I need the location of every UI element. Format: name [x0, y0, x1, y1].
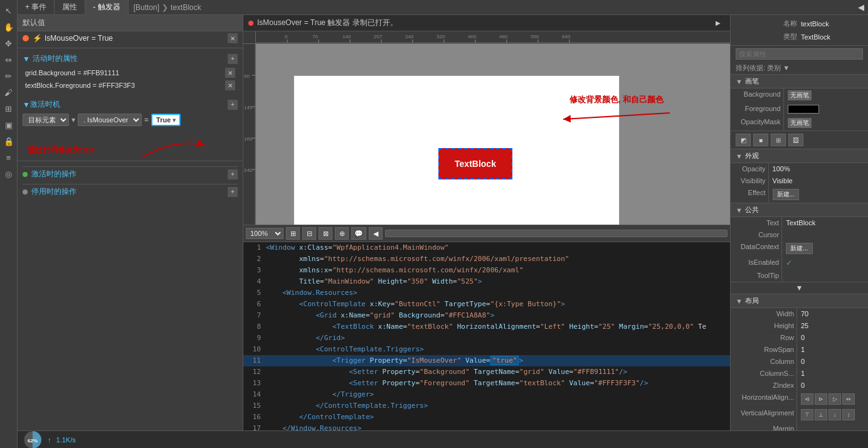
- cursor-value[interactable]: [782, 229, 868, 241]
- row-value[interactable]: 0: [797, 332, 868, 344]
- opacity-mask-value[interactable]: 无画笔: [784, 116, 868, 131]
- column-value[interactable]: 0: [797, 356, 868, 368]
- gradient-icon-btn[interactable]: ◩: [736, 134, 751, 146]
- text-value[interactable]: TextBlock: [782, 217, 868, 229]
- code-editor[interactable]: 1 <Window x:Class="WpfApplication4.MainW…: [243, 242, 730, 430]
- svg-text:400: 400: [468, 34, 477, 40]
- scroll-left-btn[interactable]: ◀: [369, 227, 383, 240]
- collapse-canvas-btn[interactable]: ▶: [711, 16, 725, 30]
- line-num-17: 17: [243, 423, 266, 430]
- halign-right-btn[interactable]: ▷: [828, 393, 841, 405]
- code-line-5: 5 <Window.Resources>: [243, 287, 730, 299]
- center-btn[interactable]: ⊕: [335, 227, 349, 240]
- toolbar-icon-pen[interactable]: ✏: [2, 69, 16, 83]
- delete-prop-0-btn[interactable]: ✕: [225, 68, 235, 78]
- valign-stretch-btn[interactable]: ↕: [842, 409, 855, 420]
- center-area: IsMouseOver = True 触发器 录制已打开。 ▶ 0: [243, 15, 730, 430]
- bg-value[interactable]: 无画笔: [784, 88, 868, 103]
- add-trigger-machine-btn[interactable]: +: [228, 100, 238, 110]
- valign-top-btn[interactable]: ⊤: [801, 409, 813, 420]
- tab-triggers[interactable]: - 触发器: [85, 0, 128, 15]
- halign-value[interactable]: ⊲ ⊳ ▷ ⇔: [797, 392, 868, 407]
- search-properties-input[interactable]: [736, 48, 863, 60]
- effect-new-btn[interactable]: 新建...: [773, 189, 799, 200]
- section-common-arrow: ▼: [736, 206, 743, 214]
- trigger-item[interactable]: ⚡ IsMouseOver = True ✕: [18, 31, 243, 45]
- delete-prop-1-btn[interactable]: ✕: [225, 80, 235, 90]
- prop-item-0: grid.Background = #FFB91111 ✕: [23, 67, 238, 79]
- toolbar-icon-eye[interactable]: ◎: [2, 167, 16, 181]
- delete-trigger-btn[interactable]: ✕: [228, 33, 238, 43]
- toolbar-icon-lock[interactable]: 🔒: [2, 134, 16, 148]
- halign-center-btn[interactable]: ⊳: [815, 393, 827, 405]
- visibility-value[interactable]: Visible: [769, 175, 868, 187]
- ismouseover-select[interactable]: . IsMouseOver: [78, 114, 142, 126]
- svg-text:60: 60: [244, 73, 250, 79]
- image-icon-btn[interactable]: 🖼: [788, 134, 803, 146]
- snap-btn[interactable]: ⊠: [319, 227, 332, 240]
- margin-label: Margin: [731, 423, 797, 430]
- datacontext-value[interactable]: 新建...: [782, 241, 868, 257]
- comment-btn[interactable]: 💬: [351, 227, 366, 240]
- isenabled-value[interactable]: ✓: [782, 257, 868, 270]
- columnspan-value[interactable]: 1: [797, 368, 868, 380]
- line-num-3: 3: [243, 265, 266, 276]
- height-value[interactable]: 25: [797, 320, 868, 332]
- sort-row[interactable]: 排列依据: 类别 ▼: [731, 62, 868, 75]
- line-content-1: <Window x:Class="WpfApplication4.MainWin…: [266, 242, 730, 253]
- toolbar-icon-panel[interactable]: ▣: [2, 118, 16, 132]
- line-content-16: </ControlTemplate>: [266, 412, 730, 423]
- toolbar-icon-move[interactable]: ✥: [2, 36, 16, 50]
- toolbar-icon-layers[interactable]: ≡: [2, 151, 16, 164]
- grid-icon-btn[interactable]: ⊞: [771, 134, 786, 146]
- section-brush[interactable]: ▼ 画笔: [731, 75, 868, 88]
- solid-icon-btn[interactable]: ■: [753, 134, 768, 146]
- add-action-btn[interactable]: +: [228, 169, 238, 179]
- add-active-prop-btn[interactable]: +: [228, 54, 238, 64]
- line-num-4: 4: [243, 276, 266, 287]
- toolbar-icon-brush[interactable]: 🖌: [2, 85, 16, 99]
- target-element-select[interactable]: 目标元素: [23, 114, 69, 126]
- toolbar-icon-grid[interactable]: ⊞: [2, 102, 16, 115]
- code-line-16: 16 </ControlTemplate>: [243, 412, 730, 423]
- section-common[interactable]: ▼ 公共: [731, 203, 868, 217]
- add-stop-action-btn[interactable]: +: [228, 187, 238, 197]
- svg-text:70: 70: [312, 34, 318, 40]
- effect-value[interactable]: 新建...: [769, 187, 868, 203]
- halign-left-btn[interactable]: ⊲: [801, 393, 813, 405]
- grid-btn[interactable]: ⊟: [302, 227, 316, 240]
- ruler-v-svg: 60 145 160 240: [243, 44, 256, 225]
- datacontext-new-btn[interactable]: 新建...: [786, 243, 812, 254]
- fit-btn[interactable]: ⊞: [286, 227, 300, 240]
- width-value[interactable]: 70: [797, 308, 868, 320]
- valign-bottom-btn[interactable]: ↓: [828, 409, 841, 420]
- h-scrollbar[interactable]: [385, 230, 728, 237]
- svg-rect-0: [256, 31, 730, 43]
- toolbar-icon-hand[interactable]: ✋: [2, 20, 16, 34]
- trigger-value-text: True: [156, 116, 171, 124]
- fg-value[interactable]: [784, 103, 868, 116]
- tooltip-value[interactable]: [782, 270, 868, 282]
- tab-events[interactable]: + 事件: [18, 0, 55, 15]
- zindex-value[interactable]: 0: [797, 380, 868, 392]
- lightning-icon: ⚡: [33, 34, 42, 43]
- toolbar-icon-resize[interactable]: ⇔: [2, 53, 16, 67]
- section-layout[interactable]: ▼ 布局: [731, 294, 868, 308]
- line-content-5: <Window.Resources>: [266, 287, 730, 299]
- tab-properties[interactable]: 属性: [55, 0, 85, 15]
- valign-center-btn[interactable]: ⊥: [815, 409, 827, 420]
- common-expand-btn[interactable]: ▼: [731, 282, 868, 294]
- margin-value[interactable]: [797, 423, 868, 430]
- section-appearance[interactable]: ▼ 外观: [731, 149, 868, 163]
- textblock-element[interactable]: TextBlock: [438, 148, 512, 179]
- zoom-select[interactable]: 100%: [246, 228, 283, 239]
- trigger-condition-row: 目标元素 ▾ . IsMouseOver = True ▾: [23, 114, 238, 126]
- code-line-10: 10 <ControlTemplate.Triggers>: [243, 344, 730, 355]
- valign-value[interactable]: ⊤ ⊥ ↓ ↕: [797, 407, 868, 423]
- opacity-value[interactable]: 100%: [769, 163, 868, 175]
- collapse-btn[interactable]: ◀: [854, 1, 868, 14]
- main-area: + 事件 属性 - 触发器 [Button] ❯ textBlock ◀ 默认值…: [18, 0, 868, 448]
- halign-stretch-btn[interactable]: ⇔: [842, 393, 855, 405]
- rowspan-value[interactable]: 1: [797, 344, 868, 356]
- toolbar-icon-arrow[interactable]: ↖: [2, 4, 16, 18]
